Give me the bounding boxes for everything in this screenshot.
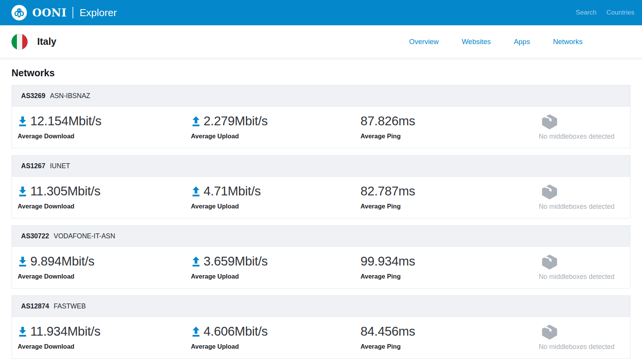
upload-stat: 4.606Mbit/s Average Upload [191,324,361,351]
upload-value: 4.606Mbit/s [204,325,268,338]
country-header: Italy Overview Websites Apps Networks [0,25,642,58]
network-card-header: AS12874FASTWEB [12,296,630,317]
download-label: Average Download [18,273,191,280]
upload-value: 2.279Mbit/s [204,115,268,128]
ping-value: 99.934ms [361,255,415,268]
ping-value: 84.456ms [361,325,415,338]
middlebox-box-icon [541,324,558,340]
download-value: 9.894Mbit/s [30,255,94,268]
ooni-home-link[interactable]: OONI Explorer [11,4,117,21]
app-nav: Search Countries [576,9,634,16]
network-card-body: 11.305Mbit/s Average Download 4.71Mbit/s… [12,177,630,218]
network-asn: AS1267 [21,162,45,170]
middlebox-box-icon [541,184,558,200]
tab-websites[interactable]: Websites [462,38,491,46]
middlebox-box-icon [541,254,558,270]
network-card[interactable]: AS30722VODAFONE-IT-ASN 9.894Mbit/s Avera… [12,225,630,289]
upload-label: Average Upload [191,343,361,350]
network-card[interactable]: AS3269ASN-IBSNAZ 12.154Mbit/s Average Do… [12,85,630,148]
middlebox-stat: No middleboxes detected [538,184,626,211]
ping-value: 82.787ms [361,185,415,198]
nav-link-countries[interactable]: Countries [606,9,634,16]
network-card-header: AS3269ASN-IBSNAZ [12,85,630,107]
tab-apps[interactable]: Apps [514,38,530,46]
network-card-header: AS1267IUNET [12,156,630,177]
network-card-body: 12.154Mbit/s Average Download 2.279Mbit/… [12,107,630,148]
country-tabs: Overview Websites Apps Networks [409,38,642,46]
upload-icon [191,116,201,127]
download-label: Average Download [18,133,191,140]
ping-stat: 87.826ms Average Ping [361,114,538,141]
download-value: 12.154Mbit/s [30,115,101,128]
download-icon [18,186,28,197]
network-card[interactable]: AS1267IUNET 11.305Mbit/s Average Downloa… [12,155,630,218]
middlebox-box-icon [541,114,558,130]
networks-section: Networks AS3269ASN-IBSNAZ 12.154Mbit/s A… [0,58,642,359]
download-stat: 11.934Mbit/s Average Download [18,324,191,351]
middlebox-status: No middleboxes detected [539,133,626,141]
download-stat: 12.154Mbit/s Average Download [18,114,191,141]
network-name: FASTWEB [54,302,86,310]
ping-label: Average Ping [361,343,538,350]
download-value: 11.305Mbit/s [30,185,100,198]
upload-stat: 3.659Mbit/s Average Upload [191,254,361,281]
middlebox-stat: No middleboxes detected [538,254,626,281]
network-card-body: 11.934Mbit/s Average Download 4.606Mbit/… [12,317,630,358]
download-stat: 9.894Mbit/s Average Download [18,254,191,281]
download-label: Average Download [18,203,191,210]
country-name: Italy [37,36,56,47]
network-name: ASN-IBSNAZ [50,92,90,100]
middlebox-status: No middleboxes detected [539,203,626,211]
upload-label: Average Upload [191,133,361,140]
upload-stat: 2.279Mbit/s Average Upload [191,114,361,141]
network-name: VODAFONE-IT-ASN [54,232,115,240]
ping-stat: 99.934ms Average Ping [361,254,538,281]
network-asn: AS12874 [21,302,49,310]
upload-label: Average Upload [191,203,361,210]
upload-stat: 4.71Mbit/s Average Upload [191,184,361,211]
network-card-header: AS30722VODAFONE-IT-ASN [12,226,630,247]
network-card-body: 9.894Mbit/s Average Download 3.659Mbit/s… [12,247,630,288]
ping-stat: 84.456ms Average Ping [361,324,538,351]
middlebox-stat: No middleboxes detected [538,114,626,141]
network-asn: AS3269 [21,92,45,100]
ping-label: Average Ping [361,273,538,280]
ping-value: 87.826ms [361,115,415,128]
networks-list: AS3269ASN-IBSNAZ 12.154Mbit/s Average Do… [12,85,630,359]
ping-label: Average Ping [361,203,538,210]
middlebox-stat: No middleboxes detected [538,324,626,351]
upload-icon [191,186,201,197]
brand-name: OONI [32,7,66,19]
download-icon [18,256,28,267]
download-icon [18,116,28,127]
italy-flag-icon [12,34,28,50]
ooni-octopus-logo-icon [11,4,28,21]
download-icon [18,326,28,338]
tab-networks[interactable]: Networks [553,38,583,46]
upload-value: 3.659Mbit/s [204,255,268,268]
app-header: OONI Explorer Search Countries [0,0,642,25]
network-name: IUNET [50,162,70,170]
ping-label: Average Ping [361,133,538,140]
middlebox-status: No middleboxes detected [539,273,626,281]
upload-label: Average Upload [191,273,361,280]
download-stat: 11.305Mbit/s Average Download [18,184,191,211]
network-card[interactable]: AS12874FASTWEB 11.934Mbit/s Average Down… [12,295,630,359]
tab-overview[interactable]: Overview [409,38,439,46]
network-asn: AS30722 [21,232,49,240]
download-label: Average Download [18,343,191,350]
brand-suffix: Explorer [79,7,117,19]
upload-value: 4.71Mbit/s [204,185,261,198]
download-value: 11.934Mbit/s [30,325,100,338]
upload-icon [191,326,201,338]
brand-separator [72,7,73,18]
section-title: Networks [12,67,630,79]
upload-icon [191,256,201,267]
ping-stat: 82.787ms Average Ping [361,184,538,211]
middlebox-status: No middleboxes detected [539,343,626,351]
nav-link-search[interactable]: Search [576,9,596,16]
